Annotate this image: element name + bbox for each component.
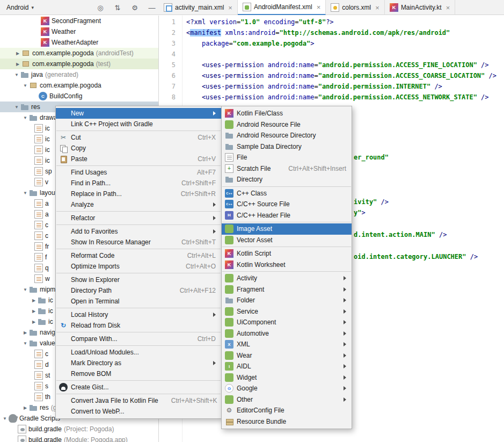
menu-item-label: Load/Unload Modules... [71,349,216,356]
chevron-right-icon[interactable]: ▶ [30,309,38,314]
menu-item-resource-bundle[interactable]: Resource Bundle [222,416,352,427]
menu-item-reformat-code[interactable]: Reformat CodeCtrl+Alt+L [56,250,221,261]
close-tab-icon[interactable]: × [375,4,379,11]
menu-item-automotive[interactable]: Automotive [222,328,352,339]
menu-item-service[interactable]: Service [222,306,352,317]
chevron-down-icon[interactable]: ▼ [1,416,9,421]
menu-item-fragment[interactable]: Fragment [222,284,352,295]
menu-item-reload-from-disk[interactable]: Reload from Disk [56,320,221,331]
chevron-right-icon[interactable]: ▶ [30,298,38,303]
tree-item-label: com.example.pogoda [32,60,94,68]
tree-item-com-example-pogoda-androidtest[interactable]: ▶com.example.pogoda (androidTest) [0,48,158,59]
menu-item-load-unload-modules[interactable]: Load/Unload Modules... [56,347,221,358]
menu-item-show-in-resource-manager[interactable]: Show In Resource ManagerCtrl+Shift+T [56,237,221,248]
chevron-down-icon[interactable]: ▼ [13,105,20,110]
menu-item-vector-asset[interactable]: Vector Asset [222,235,352,246]
menu-item-widget[interactable]: Widget [222,372,352,383]
locate-file-icon[interactable]: ◎ [96,4,105,12]
menu-item-convert-java-file-to-kotlin-file[interactable]: Convert Java File to Kotlin FileCtrl+Alt… [56,395,221,406]
menu-item-directory[interactable]: Directory [222,174,352,185]
tree-item-buildconfig[interactable]: BuildConfig [0,91,158,102]
menu-item-android-resource-file[interactable]: Android Resource File [222,119,352,131]
chevron-right-icon[interactable]: ▶ [21,405,29,410]
menu-item-c-c-header-file[interactable]: C/C++ Header File [222,210,352,221]
menu-item-directory-path[interactable]: Directory PathCtrl+Alt+F12 [56,285,221,296]
menu-item-kotlin-worksheet[interactable]: Kotlin Worksheet [222,259,352,271]
menu-item-kotlin-script[interactable]: Kotlin Script [222,248,352,259]
tree-item-build-gradle-project-pogoda[interactable]: build.gradle (Project: Pogoda) [0,424,158,434]
chevron-right-icon[interactable]: ▶ [14,62,21,67]
tree-item-build-gradle-module-pogoda-app[interactable]: build.gradle (Module: Pogoda.app) [0,434,158,442]
menu-item-paste[interactable]: PasteCtrl+V [56,154,221,164]
menu-item-compare-with[interactable]: Compare With...Ctrl+D [56,334,221,344]
menu-item-scratch-file[interactable]: Scratch FileCtrl+Alt+Shift+Insert [222,163,352,175]
menu-item-show-in-explorer[interactable]: Show in Explorer [56,274,221,285]
menu-item-local-history[interactable]: Local History [56,309,221,320]
menu-item-sample-data-directory[interactable]: Sample Data Directory [222,141,352,153]
menu-item-xml[interactable]: XML [222,339,352,350]
close-tab-icon[interactable]: × [446,4,450,11]
menu-item-analyze[interactable]: Analyze [56,199,221,210]
menu-item-optimize-imports[interactable]: Optimize ImportsCtrl+Alt+O [56,261,221,272]
menu-item-copy[interactable]: Copy [56,143,221,154]
chevron-down-icon[interactable]: ▼ [21,341,29,346]
chevron-down-icon[interactable]: ▼ [13,73,20,77]
menu-item-remove-bom[interactable]: Remove BOM [56,368,221,379]
menu-item-android-resource-directory[interactable]: Android Resource Directory [222,130,352,141]
collapse-all-icon[interactable]: ⇅ [113,4,122,12]
menu-item-google[interactable]: Google [222,383,352,394]
chevron-down-icon[interactable]: ▼ [21,83,29,88]
menu-icon-slot [59,310,68,319]
menu-item-activity[interactable]: Activity [222,273,352,284]
menu-item-mark-directory-as[interactable]: Mark Directory as [56,358,221,368]
tab-colors-xml[interactable]: colors.xml× [326,0,385,15]
tree-item-weatheradapter[interactable]: WeatherAdapter [0,37,158,48]
menu-item-c-class[interactable]: C++ Class [222,188,352,199]
tree-item-weather[interactable]: Weather [0,26,158,37]
chevron-right-icon[interactable]: ▶ [30,320,38,324]
menu-item-find-in-path[interactable]: Find in Path...Ctrl+Shift+F [56,178,221,189]
close-tab-icon[interactable]: × [228,4,232,11]
menu-item-folder[interactable]: Folder [222,295,352,306]
project-view-selector[interactable]: Android ▾ [3,0,37,15]
menu-item-c-c-source-file[interactable]: C/C++ Source File [222,199,352,210]
menu-separator [56,332,221,332]
menu-item-editorconfig-file[interactable]: EditorConfig File [222,405,352,416]
tab-androidmanifest-xml[interactable]: AndroidManifest.xml× [238,0,326,15]
menu-item-cut[interactable]: CutCtrl+X [56,132,221,143]
menu-item-shortcut: Alt+F7 [187,169,216,176]
menu-item-wear[interactable]: Wear [222,350,352,361]
menu-item-link-c-project-with-gradle[interactable]: Link C++ Project with Gradle [56,119,221,129]
tree-item-com-example-pogoda[interactable]: ▼com.example.pogoda [0,80,158,91]
menu-item-replace-in-path[interactable]: Replace in Path...Ctrl+Shift+R [56,189,221,199]
chevron-down-icon[interactable]: ▼ [21,191,29,195]
settings-gear-icon[interactable]: ⚙ [130,4,140,12]
chevron-down-icon[interactable]: ▼ [21,287,29,292]
chevron-right-icon[interactable]: ▶ [21,330,29,335]
menu-item-create-gist[interactable]: Create Gist... [56,382,221,393]
menu-item-add-to-favorites[interactable]: Add to Favorites [56,226,221,237]
tree-item-com-example-pogoda-test[interactable]: ▶com.example.pogoda (test) [0,59,158,69]
menu-item-label: Kotlin Script [237,250,346,257]
menu-item-label: Add to Favorites [71,228,207,235]
menu-item-other[interactable]: Other [222,394,352,405]
hide-panel-icon[interactable]: ― [147,4,157,12]
chevron-down-icon[interactable]: ▼ [21,115,29,120]
menu-item-refactor[interactable]: Refactor [56,213,221,223]
menu-item-find-usages[interactable]: Find UsagesAlt+F7 [56,167,221,178]
menu-item-image-asset[interactable]: Image Asset [222,223,352,235]
menu-item-new[interactable]: New [56,108,221,119]
chevron-right-icon[interactable]: ▶ [14,51,21,56]
tab-activity-main-xml[interactable]: activity_main.xml× [159,0,238,15]
menu-item-convert-to-webp[interactable]: Convert to WebP... [56,406,221,417]
close-tab-icon[interactable]: × [317,4,321,11]
tab-mainactivity-kt[interactable]: MainActivity.kt× [385,0,455,15]
menu-item-uicomponent[interactable]: UiComponent [222,317,352,328]
menu-item-label: Kotlin Worksheet [237,261,346,269]
menu-item-open-in-terminal[interactable]: Open in Terminal [56,296,221,307]
tree-item-java-generated[interactable]: ▼java (generated) [0,69,158,80]
menu-item-file[interactable]: File [222,152,352,163]
menu-item-aidl[interactable]: AIDL [222,361,352,372]
menu-item-kotlin-file-class[interactable]: Kotlin File/Class [222,108,352,119]
tree-item-secondfragment[interactable]: SecondFragment [0,16,158,26]
